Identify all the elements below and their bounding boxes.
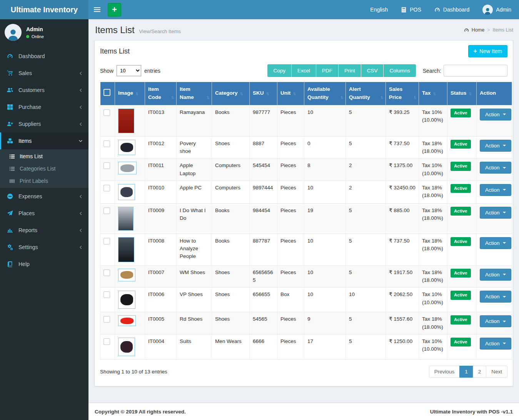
column-header-item-name[interactable]: Item Name↑↓	[177, 82, 212, 105]
column-header-sku[interactable]: SKU↑↓	[250, 82, 277, 105]
row-checkbox[interactable]	[103, 207, 110, 214]
sidebar-item-customers[interactable]: Customers	[0, 82, 88, 99]
copy-export-button[interactable]: Copy	[267, 64, 292, 77]
select-all-checkbox[interactable]	[103, 89, 110, 96]
action-button[interactable]: Action	[480, 184, 511, 196]
status-badge: Active	[451, 338, 471, 346]
csv-export-button[interactable]: CSV	[361, 64, 384, 77]
cart-icon	[7, 70, 14, 76]
category-cell: Shoes	[212, 265, 250, 288]
item-name-cell: Ramayana	[177, 105, 212, 136]
row-checkbox[interactable]	[103, 109, 110, 116]
column-header-status[interactable]: Status↑↓	[447, 82, 477, 105]
action-button[interactable]: Action	[480, 109, 511, 120]
tax-rate: (18.00%)	[422, 323, 444, 331]
main-footer: Copyright © 2019 All rights reserved. Ul…	[88, 403, 519, 420]
page-length-select[interactable]: 10	[117, 65, 141, 76]
row-checkbox[interactable]	[103, 185, 110, 191]
row-checkbox[interactable]	[103, 238, 110, 244]
item-image-red-shoe-photo	[118, 315, 136, 326]
person-icon	[484, 7, 492, 15]
list-icon	[9, 154, 16, 159]
available-quantity-cell: 0	[304, 136, 346, 159]
action-button[interactable]: Action	[480, 291, 511, 303]
columns-export-button[interactable]: Columns	[384, 64, 416, 77]
row-checkbox[interactable]	[103, 141, 110, 147]
sku-cell: 9897444	[250, 181, 277, 203]
export-button-group: CopyExcelPDFPrintCSVColumns	[267, 64, 416, 77]
sidebar-item-places[interactable]: Places	[0, 205, 88, 222]
category-cell: Books	[212, 105, 250, 136]
row-checkbox[interactable]	[103, 291, 110, 298]
row-checkbox[interactable]	[103, 162, 110, 169]
sidebar-item-items[interactable]: Items	[0, 132, 88, 149]
brand-title: Ultimate Inventory	[11, 5, 78, 14]
column-header-image[interactable]: Image↑↓	[115, 82, 145, 105]
sidebar-item-purchase[interactable]: Purchase	[0, 99, 88, 115]
breadcrumb-home[interactable]: Home	[472, 27, 484, 33]
sort-icon: ↑↓	[433, 90, 435, 98]
sort-icon: ↑↓	[414, 94, 416, 102]
column-label: Available Quantity	[307, 85, 338, 102]
item-name-cell: Povery shoe	[177, 136, 212, 159]
row-checkbox[interactable]	[103, 338, 110, 345]
sidebar-item-suppliers[interactable]: Suppliers	[0, 115, 88, 132]
sidebar-item-label: Items	[18, 138, 32, 144]
action-button[interactable]: Action	[480, 315, 511, 327]
column-header-item-code[interactable]: Item Code↑↓	[145, 82, 177, 105]
column-header-available-quantity[interactable]: Available Quantity↑↓	[304, 82, 346, 105]
action-button[interactable]: Action	[480, 140, 511, 152]
tax-cell: Tax 10%(10.00%)	[419, 288, 447, 312]
new-item-button[interactable]: + New Item	[468, 45, 507, 57]
tax-cell: Tax 10%(10.00%)	[419, 105, 447, 136]
sidebar-item-label: Purchase	[18, 104, 41, 110]
sidebar-item-expenses[interactable]: Expenses	[0, 188, 88, 205]
print-export-button[interactable]: Print	[339, 64, 361, 77]
excel-export-button[interactable]: Excel	[292, 64, 316, 77]
sort-icon: ↑↓	[293, 90, 295, 98]
sidebar-subitem-print-labels[interactable]: Print Labels	[0, 175, 88, 187]
sku-cell: 65656565	[250, 265, 277, 288]
column-label: Status	[451, 89, 466, 97]
sidebar-item-reports[interactable]: Reports	[0, 222, 88, 239]
language-menu[interactable]: English	[370, 7, 388, 13]
column-header-tax[interactable]: Tax↑↓	[419, 82, 447, 105]
pagination-next[interactable]: Next	[486, 366, 507, 378]
sidebar-item-help[interactable]: Help	[0, 256, 88, 273]
column-header-unit[interactable]: Unit↑↓	[277, 82, 304, 105]
pagination-page-2[interactable]: 2	[473, 366, 487, 378]
action-button[interactable]: Action	[480, 207, 511, 219]
sidebar-subitem-items-list[interactable]: Items List	[0, 150, 88, 162]
pdf-export-button[interactable]: PDF	[316, 64, 339, 77]
action-button[interactable]: Action	[480, 338, 511, 350]
tax-name: Tax 10%	[422, 291, 444, 298]
sidebar-item-sales[interactable]: Sales	[0, 65, 88, 82]
search-input[interactable]	[444, 65, 507, 77]
chevron-left-icon	[78, 211, 83, 216]
row-checkbox[interactable]	[103, 269, 110, 276]
item-code-cell: IT0011	[145, 159, 177, 181]
action-button[interactable]: Action	[480, 162, 511, 174]
sidebar-toggle-icon[interactable]	[88, 0, 105, 19]
table-footer: Showing 1 to 10 of 13 entries Previous12…	[95, 360, 513, 385]
column-header-alert-quantity[interactable]: Alert Quantity↑↓	[346, 82, 386, 105]
pagination-page-1[interactable]: 1	[459, 366, 473, 378]
quick-add-button[interactable]: +	[108, 3, 121, 17]
user-menu[interactable]: Admin	[482, 5, 511, 15]
tax-name: Tax 10%	[422, 162, 444, 169]
action-button[interactable]: Action	[480, 269, 511, 281]
item-name-cell: Rd Shoes	[177, 312, 212, 335]
action-label: Action	[485, 210, 500, 216]
sidebar-item-dashboard[interactable]: Dashboard	[0, 48, 88, 65]
sidebar-subitem-categories-list[interactable]: Categories List	[0, 162, 88, 175]
pagination-previous[interactable]: Previous	[429, 366, 460, 378]
dashboard-link[interactable]: Dashboard	[434, 7, 470, 13]
sidebar-item-settings[interactable]: Settings	[0, 239, 88, 256]
online-dot	[26, 35, 29, 38]
brand-logo[interactable]: Ultimate Inventory	[0, 0, 88, 19]
column-header-category[interactable]: Category↑↓	[212, 82, 250, 105]
pos-link[interactable]: POS	[401, 7, 421, 13]
column-header-sales-price[interactable]: Sales Price↑↓	[386, 82, 419, 105]
row-checkbox[interactable]	[103, 316, 110, 323]
action-button[interactable]: Action	[480, 237, 511, 249]
